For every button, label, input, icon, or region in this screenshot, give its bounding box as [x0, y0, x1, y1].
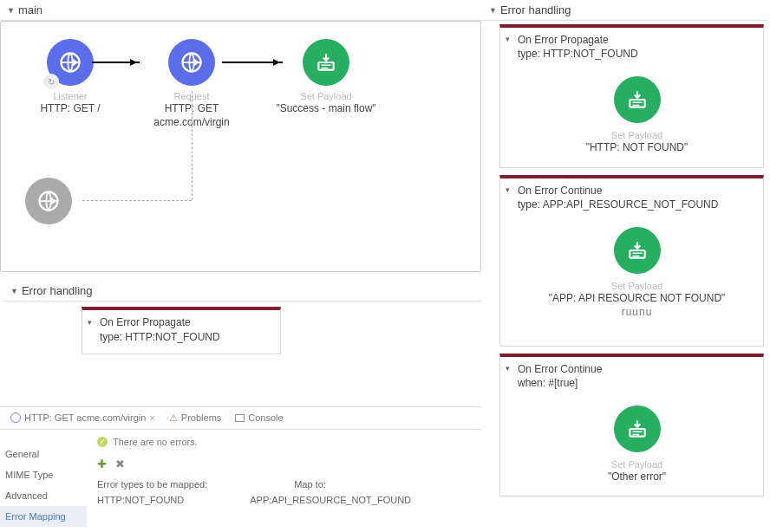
right-error-handling-header[interactable]: ▼ Error handling [482, 0, 767, 21]
node-label: Set Payload [518, 130, 756, 140]
console-icon [235, 414, 245, 422]
col-error-types: Error types to be mapped: [97, 479, 207, 490]
dotted-line [82, 200, 192, 201]
http-request-icon [168, 39, 215, 86]
nav-error-mapping[interactable]: Error Mapping [0, 506, 87, 527]
tab-console[interactable]: Console [230, 411, 288, 425]
svg-rect-2 [318, 62, 333, 70]
nav-general[interactable]: General [0, 444, 87, 464]
left-column: ▼ main ↻ Listener HTTP: GET / [0, 0, 481, 532]
tab-http-request[interactable]: HTTP: GET acme.com/virgin × [5, 411, 160, 425]
bottom-tabbar: HTTP: GET acme.com/virgin × ⚠ Problems C… [0, 407, 481, 430]
set-payload-icon [614, 227, 661, 274]
node-set-payload[interactable]: Set Payload "Success - main flow" [270, 39, 382, 115]
node-label: Set Payload [518, 281, 756, 291]
right-title: Error handling [500, 3, 571, 16]
payload-value: "HTTP: NOT FOUND" [518, 140, 756, 154]
ok-icon: ✓ [97, 437, 108, 447]
nav-mime-type[interactable]: MIME Type [0, 464, 87, 485]
globe-arrow-icon [58, 50, 82, 75]
overflow-text: ruunu [518, 305, 756, 319]
globe-small-icon [10, 412, 21, 423]
node-sublabel: HTTP: GET / [14, 101, 127, 115]
tab-label: HTTP: GET acme.com/virgin [24, 412, 146, 423]
cell-map-to: APP:API_RESOURCE_NOT_FOUND [250, 495, 411, 505]
properties-panel: HTTP: GET acme.com/virgin × ⚠ Problems C… [0, 406, 481, 532]
node-listener[interactable]: ↻ Listener HTTP: GET / [14, 39, 127, 115]
svg-rect-4 [630, 100, 644, 107]
node-label: Listener [14, 91, 127, 101]
svg-rect-6 [630, 429, 644, 437]
error-handling-header[interactable]: ▼ Error handling [3, 281, 481, 302]
properties-side-nav: General MIME Type Advanced Error Mapping… [0, 430, 87, 532]
collapse-icon[interactable]: ▼ [7, 6, 15, 15]
warning-icon: ⚠ [169, 412, 178, 424]
svg-rect-5 [630, 250, 644, 258]
payload-value: "APP: API RESOURCE NOT FOUND" [518, 291, 756, 305]
error-handling-section: ▼ Error handling ▾ On Error Propagate ty… [0, 277, 481, 354]
source-icon [25, 178, 72, 224]
set-payload-icon [614, 405, 661, 452]
handler-propagate-not-found[interactable]: ▾ On Error Propagate type: HTTP:NOT_FOUN… [499, 24, 764, 168]
nav-advanced[interactable]: Advanced [0, 485, 87, 506]
col-map-to: Map to: [294, 479, 326, 490]
collapse-icon[interactable]: ▾ [506, 35, 510, 43]
error-mapping-form: ✓ There are no errors. ✚ ✖ Error types t… [87, 430, 481, 532]
set-payload-icon [614, 76, 661, 123]
nav-metadata[interactable]: Metadata [0, 527, 87, 532]
handler-continue-api-resource[interactable]: ▾ On Error Continue type: APP:API_RESOUR… [499, 175, 764, 347]
main-title: main [18, 3, 42, 16]
close-icon[interactable]: × [149, 412, 154, 423]
node-sublabel: "Success - main flow" [270, 101, 382, 115]
handler-title: On Error Propagate [100, 315, 273, 330]
collapse-icon[interactable]: ▾ [506, 364, 510, 373]
table-row[interactable]: HTTP:NOT_FOUND APP:API_RESOURCE_NOT_FOUN… [97, 495, 471, 505]
handler-type: type: HTTP:NOT_FOUND [100, 330, 273, 345]
handler-continue-default[interactable]: ▾ On Error Continue when: #[true] Set Pa… [499, 354, 764, 497]
tab-problems[interactable]: ⚠ Problems [164, 411, 226, 425]
mapping-table: Error types to be mapped: Map to: HTTP:N… [97, 479, 471, 505]
add-mapping-icon[interactable]: ✚ [97, 457, 107, 470]
collapse-icon[interactable]: ▾ [506, 185, 510, 194]
handler-title: On Error Continue [518, 362, 756, 376]
tab-label: Problems [181, 412, 221, 423]
right-column: ▼ Error handling ▾ On Error Propagate ty… [481, 0, 767, 532]
collapse-icon[interactable]: ▾ [88, 317, 92, 328]
payload-value: "Other error" [518, 470, 756, 483]
error-handler-propagate[interactable]: ▾ On Error Propagate type: HTTP:NOT_FOUN… [82, 307, 281, 354]
handler-title: On Error Continue [518, 184, 756, 198]
handler-type: type: HTTP:NOT_FOUND [518, 47, 756, 61]
flow-arrow-icon [92, 62, 140, 63]
node-source[interactable] [14, 178, 83, 230]
remove-mapping-icon[interactable]: ✖ [115, 457, 125, 470]
node-label: Set Payload [270, 91, 382, 101]
handler-title: On Error Propagate [518, 33, 756, 47]
main-flow-canvas[interactable]: ↻ Listener HTTP: GET / Request HTTP: GET… [0, 21, 481, 272]
collapse-icon[interactable]: ▼ [10, 287, 18, 295]
flow-arrow-icon [222, 62, 283, 63]
status-text: There are no errors. [113, 437, 198, 447]
handler-type: type: APP:API_RESOURCE_NOT_FOUND [518, 198, 756, 211]
handler-when: when: #[true] [518, 376, 756, 390]
cell-error-type: HTTP:NOT_FOUND [97, 495, 184, 505]
root: ▼ main ↻ Listener HTTP: GET / [0, 0, 770, 532]
set-payload-icon [303, 39, 349, 86]
globe-arrow-icon [179, 50, 204, 75]
collapse-icon[interactable]: ▼ [489, 6, 497, 15]
node-label: Set Payload [518, 459, 756, 470]
replay-badge-icon: ↻ [43, 74, 59, 89]
dotted-line [192, 91, 192, 200]
http-listener-icon: ↻ [47, 39, 94, 86]
error-handling-title: Error handling [22, 284, 93, 297]
tab-label: Console [248, 412, 283, 423]
no-errors-status: ✓ There are no errors. [97, 437, 471, 447]
main-section-header[interactable]: ▼ main [0, 0, 481, 21]
